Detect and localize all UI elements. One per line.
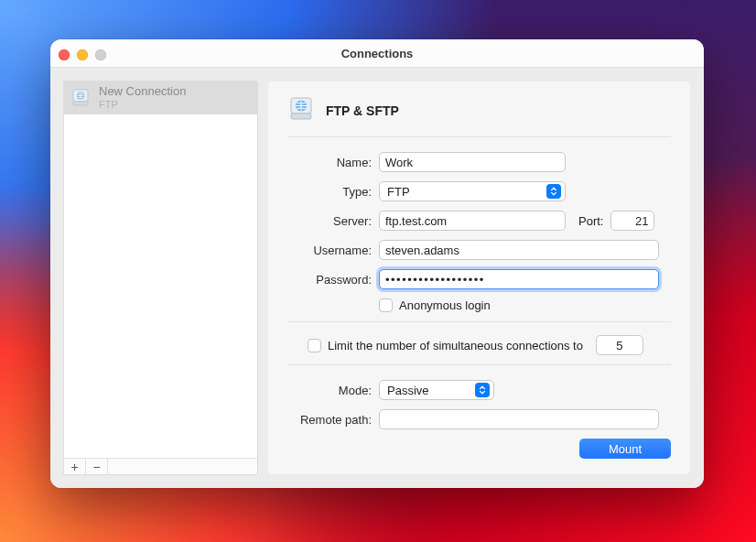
connections-window: Connections New Connection F bbox=[50, 39, 704, 488]
remote-path-label: Remote path: bbox=[287, 413, 379, 427]
limit-connections-value bbox=[596, 335, 643, 355]
username-label: Username: bbox=[287, 244, 379, 257]
server-field[interactable] bbox=[379, 211, 566, 231]
mount-button[interactable]: Mount bbox=[579, 439, 671, 459]
pane-title: FTP & SFTP bbox=[326, 103, 399, 118]
svg-rect-5 bbox=[291, 114, 311, 119]
zoom-icon bbox=[95, 49, 106, 60]
pane-header: FTP & SFTP bbox=[287, 92, 671, 136]
sidebar-item-new-connection[interactable]: New Connection FTP bbox=[64, 81, 257, 114]
limit-connections-label: Limit the number of simultaneous connect… bbox=[328, 339, 583, 352]
sidebar-footer: + − bbox=[64, 458, 257, 474]
connection-form: Name: Type: FTP Server: Port: bbox=[287, 137, 671, 462]
window-controls bbox=[59, 49, 106, 60]
password-label: Password: bbox=[287, 273, 379, 287]
mode-select[interactable]: Passive bbox=[379, 380, 494, 400]
network-drive-icon bbox=[287, 95, 315, 125]
titlebar: Connections bbox=[50, 39, 704, 68]
divider bbox=[287, 321, 671, 322]
close-icon[interactable] bbox=[59, 49, 70, 60]
type-select-value: FTP bbox=[387, 185, 541, 199]
network-drive-icon bbox=[70, 87, 92, 109]
type-select[interactable]: FTP bbox=[379, 181, 566, 201]
window-body: New Connection FTP + − bbox=[50, 68, 704, 488]
server-label: Server: bbox=[287, 214, 379, 228]
mode-label: Mode: bbox=[287, 384, 379, 397]
type-label: Type: bbox=[287, 185, 379, 199]
port-field[interactable] bbox=[610, 211, 654, 231]
divider bbox=[287, 364, 671, 365]
connections-sidebar: New Connection FTP + − bbox=[63, 81, 258, 475]
sidebar-item-sublabel: FTP bbox=[99, 99, 186, 111]
sidebar-item-label: New Connection bbox=[99, 85, 186, 99]
name-field[interactable] bbox=[379, 152, 566, 172]
chevron-updown-icon bbox=[546, 184, 561, 199]
add-connection-button[interactable]: + bbox=[64, 459, 86, 474]
checkbox-icon bbox=[379, 298, 393, 312]
window-title: Connections bbox=[341, 47, 414, 60]
checkbox-icon bbox=[308, 339, 321, 352]
password-field[interactable] bbox=[379, 269, 659, 289]
mode-select-value: Passive bbox=[387, 384, 470, 397]
chevron-updown-icon bbox=[475, 383, 490, 397]
sidebar-list: New Connection FTP bbox=[64, 81, 257, 458]
svg-rect-2 bbox=[73, 102, 88, 105]
name-label: Name: bbox=[287, 156, 379, 169]
anonymous-login-checkbox[interactable]: Anonymous login bbox=[379, 298, 491, 312]
remove-connection-button[interactable]: − bbox=[86, 459, 108, 474]
username-field[interactable] bbox=[379, 240, 659, 260]
limit-connections-checkbox[interactable]: Limit the number of simultaneous connect… bbox=[308, 339, 583, 352]
port-label: Port: bbox=[578, 214, 603, 228]
remote-path-field[interactable] bbox=[379, 409, 659, 429]
minimize-icon[interactable] bbox=[77, 49, 88, 60]
connection-detail-pane: FTP & SFTP Name: Type: FTP bbox=[267, 81, 691, 475]
anonymous-login-label: Anonymous login bbox=[399, 298, 491, 312]
